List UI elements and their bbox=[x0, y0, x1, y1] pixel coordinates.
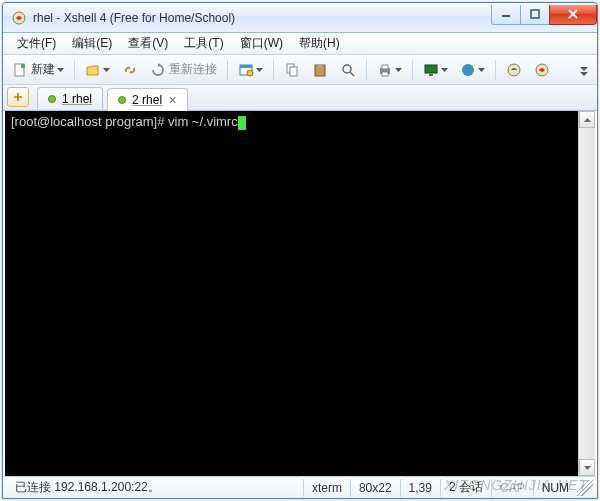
tab-label: 1 rhel bbox=[62, 92, 92, 106]
dropdown-icon bbox=[256, 68, 263, 72]
status-sessions: 2 会话 bbox=[441, 479, 492, 497]
svg-rect-17 bbox=[425, 65, 437, 73]
svg-rect-9 bbox=[290, 67, 297, 76]
menu-view[interactable]: 查看(V) bbox=[120, 33, 176, 54]
plus-icon bbox=[13, 92, 23, 102]
status-connection: 已连接 192.168.1.200:22。 bbox=[7, 479, 304, 497]
app-window: rhel - Xshell 4 (Free for Home/School) 文… bbox=[2, 2, 598, 499]
svg-rect-1 bbox=[502, 15, 510, 17]
search-icon bbox=[340, 62, 356, 78]
find-button[interactable] bbox=[335, 58, 361, 82]
sessions-button[interactable] bbox=[418, 58, 453, 82]
link-icon bbox=[122, 62, 138, 78]
menu-file[interactable]: 文件(F) bbox=[9, 33, 64, 54]
tab-1[interactable]: 1 rhel bbox=[37, 87, 103, 110]
toolbar-overflow[interactable] bbox=[575, 58, 593, 82]
separator bbox=[495, 60, 496, 80]
reconnect-button[interactable]: 重新连接 bbox=[145, 58, 222, 82]
connect-button[interactable] bbox=[117, 58, 143, 82]
tab-2[interactable]: 2 rhel ✕ bbox=[107, 88, 188, 111]
prompt: [root@localhost program]# bbox=[11, 114, 168, 129]
svg-point-12 bbox=[343, 65, 351, 73]
svg-rect-16 bbox=[382, 72, 388, 76]
menu-help[interactable]: 帮助(H) bbox=[291, 33, 348, 54]
properties-button[interactable] bbox=[233, 58, 268, 82]
terminal[interactable]: [root@localhost program]# vim ~/.vimrc bbox=[5, 111, 595, 476]
monitor-icon bbox=[423, 62, 439, 78]
maximize-button[interactable] bbox=[520, 5, 550, 25]
menu-tools[interactable]: 工具(T) bbox=[176, 33, 231, 54]
scroll-up-button[interactable] bbox=[579, 111, 595, 128]
menu-edit[interactable]: 编辑(E) bbox=[64, 33, 120, 54]
tabbar: 1 rhel 2 rhel ✕ bbox=[3, 85, 597, 111]
dropdown-icon bbox=[395, 68, 402, 72]
window-buttons bbox=[492, 5, 597, 25]
close-button[interactable] bbox=[549, 5, 597, 25]
scroll-track[interactable] bbox=[579, 128, 595, 459]
status-term: xterm bbox=[304, 479, 351, 497]
app-icon bbox=[11, 10, 27, 26]
svg-rect-18 bbox=[429, 74, 433, 76]
menubar: 文件(F) 编辑(E) 查看(V) 工具(T) 窗口(W) 帮助(H) bbox=[3, 33, 597, 55]
reconnect-label: 重新连接 bbox=[169, 61, 217, 78]
dropdown-icon bbox=[478, 68, 485, 72]
new-file-icon bbox=[12, 62, 28, 78]
separator bbox=[412, 60, 413, 80]
window-title: rhel - Xshell 4 (Free for Home/School) bbox=[33, 11, 492, 25]
open-button[interactable] bbox=[80, 58, 115, 82]
status-dot-icon bbox=[118, 96, 126, 104]
separator bbox=[273, 60, 274, 80]
status-cap: CAP bbox=[492, 479, 534, 497]
status-dot-icon bbox=[48, 95, 56, 103]
tab-close-button[interactable]: ✕ bbox=[168, 94, 177, 107]
svg-point-7 bbox=[247, 70, 253, 76]
refresh-icon bbox=[150, 62, 166, 78]
properties-icon bbox=[238, 62, 254, 78]
new-button-label: 新建 bbox=[31, 61, 55, 78]
scroll-down-button[interactable] bbox=[579, 459, 595, 476]
cursor bbox=[238, 116, 246, 130]
status-pos: 1,39 bbox=[401, 479, 441, 497]
dropdown-icon bbox=[441, 68, 448, 72]
statusbar: 已连接 192.168.1.200:22。 xterm 80x22 1,39 2… bbox=[3, 476, 597, 498]
separator bbox=[366, 60, 367, 80]
print-button[interactable] bbox=[372, 58, 407, 82]
svg-rect-15 bbox=[382, 65, 388, 69]
minimize-button[interactable] bbox=[491, 5, 521, 25]
titlebar[interactable]: rhel - Xshell 4 (Free for Home/School) bbox=[3, 3, 597, 33]
xshell-button[interactable] bbox=[529, 58, 555, 82]
svg-rect-6 bbox=[240, 65, 252, 68]
tab-label: 2 rhel bbox=[132, 93, 162, 107]
dropdown-icon bbox=[103, 68, 110, 72]
menu-window[interactable]: 窗口(W) bbox=[232, 33, 291, 54]
status-size: 80x22 bbox=[351, 479, 401, 497]
folder-open-icon bbox=[85, 62, 101, 78]
svg-rect-4 bbox=[21, 64, 25, 68]
new-tab-button[interactable] bbox=[7, 87, 29, 107]
separator bbox=[74, 60, 75, 80]
command: vim ~/.vimrc bbox=[168, 114, 238, 129]
xftp-icon bbox=[506, 62, 522, 78]
xftp-button[interactable] bbox=[501, 58, 527, 82]
globe-icon bbox=[460, 62, 476, 78]
dropdown-icon bbox=[57, 68, 64, 72]
toolbar: 新建 重新连接 bbox=[3, 55, 597, 85]
new-button[interactable]: 新建 bbox=[7, 58, 69, 82]
terminal-content: [root@localhost program]# vim ~/.vimrc bbox=[5, 111, 577, 476]
svg-rect-2 bbox=[531, 10, 539, 18]
separator bbox=[227, 60, 228, 80]
scrollbar[interactable] bbox=[578, 111, 595, 476]
resize-grip[interactable] bbox=[577, 480, 593, 496]
xshell-icon bbox=[534, 62, 550, 78]
status-num: NUM bbox=[534, 479, 577, 497]
svg-rect-11 bbox=[318, 64, 322, 67]
printer-icon bbox=[377, 62, 393, 78]
web-button[interactable] bbox=[455, 58, 490, 82]
paste-button[interactable] bbox=[307, 58, 333, 82]
paste-icon bbox=[312, 62, 328, 78]
svg-line-13 bbox=[350, 72, 354, 76]
copy-button[interactable] bbox=[279, 58, 305, 82]
copy-icon bbox=[284, 62, 300, 78]
